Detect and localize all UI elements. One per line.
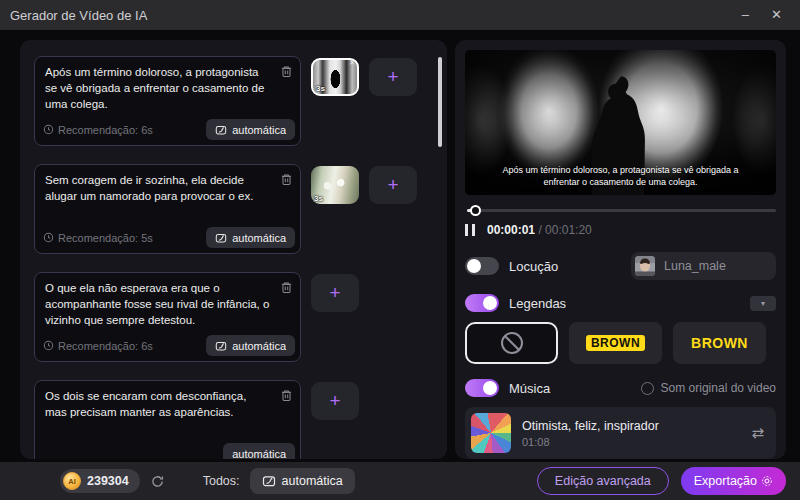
close-icon[interactable]: ✕	[771, 0, 782, 30]
chevron-down-icon: ▾	[761, 299, 765, 308]
caption-style-label: BROWN	[586, 335, 645, 351]
ai-coin-icon: AI	[63, 472, 81, 490]
scene-text-input-3[interactable]: O que ela não esperava era que o acompan…	[35, 273, 300, 331]
scene-footer: Recomendação: 6s automática	[43, 119, 295, 140]
music-artwork	[471, 413, 511, 453]
export-label: Exportação	[694, 474, 757, 488]
slider-knob[interactable]	[470, 205, 481, 216]
caption-style-none[interactable]	[465, 322, 558, 364]
preview-panel: Após um término doloroso, a protagonista…	[455, 40, 786, 459]
scrollbar[interactable]	[438, 57, 442, 147]
add-clip-button-1[interactable]: +	[369, 58, 417, 96]
scene-row-3: O que ela não esperava era que o acompan…	[34, 272, 447, 362]
current-time: 00:00:01	[487, 223, 535, 237]
trash-icon[interactable]	[280, 281, 293, 294]
caption-style-label: BROWN	[691, 335, 748, 351]
window-title: Gerador de Vídeo de IA	[10, 8, 147, 23]
scene-text-input-1[interactable]: Após um término doloroso, a protagonista…	[35, 57, 300, 115]
scene-footer: Recomendação: 6s automática	[43, 335, 295, 356]
scene-text-input-4[interactable]: Os dois se encaram com desconfiança, mas…	[35, 381, 300, 439]
gear-icon	[761, 475, 773, 487]
playback-slider[interactable]	[465, 204, 776, 216]
scene-text-input-2[interactable]: Sem coragem de ir sozinha, ela decide al…	[35, 165, 300, 223]
time-display: 00:00:01 / 00:01:20	[487, 223, 592, 237]
trash-icon[interactable]	[280, 65, 293, 78]
bottom-bar: AI 239304 Todos: automática Edição avanç…	[0, 462, 800, 500]
voice-selector[interactable]: Luna_male	[631, 252, 776, 280]
swap-track-icon[interactable]: ⇄	[751, 424, 764, 442]
plus-icon: +	[329, 282, 340, 304]
music-label: Música	[509, 381, 550, 396]
export-button[interactable]: Exportação	[681, 467, 786, 495]
music-row: Música Som original do video	[465, 379, 776, 397]
scene-card-1: Após um término doloroso, a protagonista…	[34, 56, 301, 146]
pause-icon[interactable]	[465, 224, 475, 236]
captions-row: Legendas ▾	[465, 294, 776, 312]
voice-avatar	[635, 256, 655, 276]
auto-duration-button[interactable]: automática	[206, 227, 295, 248]
main-area: Após um término doloroso, a protagonista…	[0, 30, 800, 462]
scene-thumbnail-2[interactable]: 3s	[311, 166, 359, 204]
recommendation-label: Recomendação: 6s	[58, 340, 153, 352]
window-controls: – ✕	[742, 0, 790, 30]
auto-icon	[215, 340, 227, 352]
clock-icon	[43, 232, 54, 243]
scene-footer: Recomendação: 5s automática	[43, 227, 295, 248]
captions-label: Legendas	[509, 296, 566, 311]
titlebar: Gerador de Vídeo de IA – ✕	[0, 0, 800, 30]
caption-style-brown-badge[interactable]: BROWN	[569, 322, 662, 364]
all-scenes-label: Todos:	[203, 474, 240, 488]
auto-label: automática	[232, 124, 286, 136]
plus-icon: +	[329, 390, 340, 412]
add-clip-button-4[interactable]: +	[311, 382, 359, 420]
scene-card-2: Sem coragem de ir sozinha, ela decide al…	[34, 164, 301, 254]
original-sound-checkbox[interactable]	[641, 382, 654, 395]
voiceover-toggle[interactable]	[465, 257, 499, 275]
captions-toggle[interactable]	[465, 294, 499, 312]
scene-row-2: Sem coragem de ir sozinha, ela decide al…	[34, 164, 447, 254]
music-track-duration: 01:08	[522, 436, 659, 448]
auto-duration-button[interactable]: automática	[206, 119, 295, 140]
auto-label: automática	[232, 232, 286, 244]
all-auto-duration-button[interactable]: automática	[250, 468, 355, 494]
scenes-panel: Após um término doloroso, a protagonista…	[20, 40, 447, 459]
playback-controls: 00:00:01 / 00:01:20	[465, 223, 776, 237]
voiceover-row: Locução Luna_male	[465, 252, 776, 280]
auto-icon	[215, 124, 227, 136]
scene-thumbnail-1[interactable]: ✕ 3s	[311, 58, 359, 96]
refresh-credits-button[interactable]	[150, 474, 165, 489]
video-subtitle: Após um término doloroso, a protagonista…	[487, 164, 754, 188]
add-clip-button-3[interactable]: +	[311, 274, 359, 312]
music-track-title: Otimista, feliz, inspirador	[522, 419, 659, 433]
thumbnail-close-icon[interactable]: ✕	[349, 59, 355, 67]
caption-style-brown-text[interactable]: BROWN	[673, 322, 766, 364]
minimize-icon[interactable]: –	[742, 0, 749, 30]
voiceover-label: Locução	[509, 259, 558, 274]
add-clip-button-2[interactable]: +	[369, 166, 417, 204]
music-track-card: Otimista, feliz, inspirador 01:08 ⇄	[465, 407, 776, 459]
auto-duration-button[interactable]: automática	[206, 335, 295, 356]
time-separator: /	[538, 223, 541, 237]
music-toggle[interactable]	[465, 379, 499, 397]
scene-row-1: Após um término doloroso, a protagonista…	[34, 56, 447, 146]
recommendation-label: Recomendação: 5s	[58, 232, 153, 244]
caption-styles: BROWN BROWN	[465, 322, 776, 364]
slider-track[interactable]	[467, 209, 776, 212]
scene-row-4: Os dois se encaram com desconfiança, mas…	[34, 380, 447, 459]
scene-card-4: Os dois se encaram com desconfiança, mas…	[34, 380, 301, 459]
auto-label: automática	[282, 474, 343, 488]
trash-icon[interactable]	[280, 173, 293, 186]
auto-label: automática	[232, 340, 286, 352]
trash-icon[interactable]	[280, 389, 293, 402]
advanced-edit-button[interactable]: Edição avançada	[537, 467, 669, 495]
captions-dropdown-button[interactable]: ▾	[750, 296, 776, 311]
app-window: Gerador de Vídeo de IA – ✕ Após um térmi…	[0, 0, 800, 500]
voice-name: Luna_male	[664, 259, 726, 273]
thumbnail-duration: 3s	[314, 194, 323, 203]
video-preview: Após um término doloroso, a protagonista…	[465, 50, 776, 195]
plus-icon: +	[387, 174, 398, 196]
auto-duration-button[interactable]: automática	[223, 443, 295, 459]
auto-icon	[262, 474, 276, 488]
prohibition-icon	[499, 330, 525, 356]
clock-icon	[43, 124, 54, 135]
